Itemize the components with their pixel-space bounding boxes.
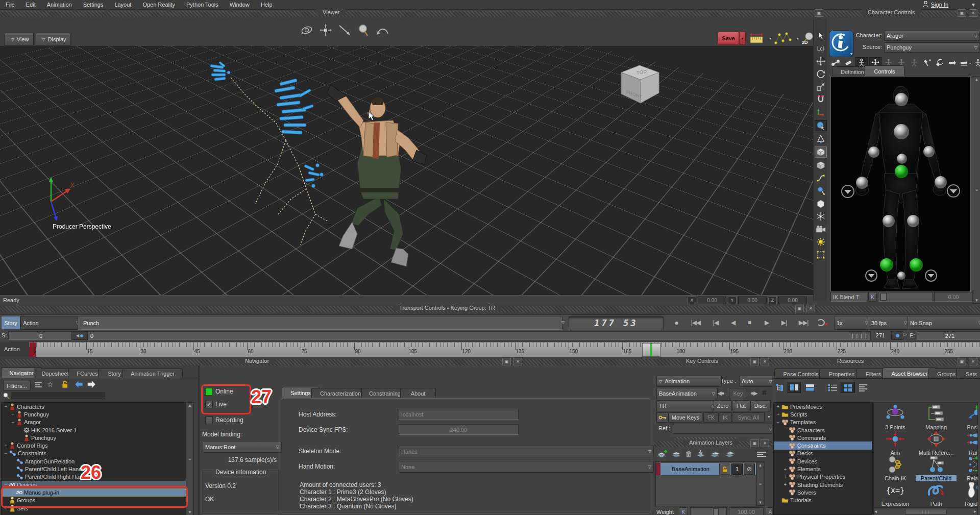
right-hand-control[interactable] <box>935 176 947 188</box>
ik-blend-key-button[interactable]: K <box>868 292 877 302</box>
skeleton-mode-dropdown[interactable]: Hands▽ <box>399 446 654 457</box>
view-menu-button[interactable]: ▽View <box>4 33 34 46</box>
menu-overflow-chevron-icon[interactable]: ▼ <box>971 2 976 8</box>
asset-relation[interactable]: Relation <box>957 456 978 481</box>
key-icon[interactable] <box>656 412 669 423</box>
snap-dropdown[interactable]: No Snap▽ <box>908 316 980 330</box>
null-tool-icon[interactable] <box>815 211 826 222</box>
tree-item-control-rigs[interactable]: +Control Rigs <box>2 442 186 449</box>
pin-rotate-icon[interactable] <box>934 58 945 68</box>
reference-control[interactable] <box>897 272 905 280</box>
skeleton-add-icon[interactable] <box>972 58 980 68</box>
asset-aim[interactable]: Aim <box>875 430 916 456</box>
rotate-tool-icon[interactable] <box>815 69 826 79</box>
sync-fps-input[interactable]: 240.00 <box>399 424 519 435</box>
tree-item-constraints[interactable]: Constraints <box>774 442 872 449</box>
base-animation-layer-row[interactable]: BaseAnimation 1 ⊘ <box>656 463 756 475</box>
key-button[interactable]: Key <box>729 388 747 399</box>
y-axis-value[interactable]: 0.00 <box>738 297 767 304</box>
key-controls-close-button[interactable]: ✕ <box>761 358 769 365</box>
left-knee-control[interactable] <box>883 215 895 227</box>
key-type-dropdown[interactable]: Auto▽ <box>739 376 775 387</box>
duplicate-layer-icon[interactable] <box>709 450 721 458</box>
viewer-popout-button[interactable]: ▣ <box>815 9 823 17</box>
pin-bar2-icon[interactable]: ▾ <box>960 58 971 68</box>
expander-icon[interactable]: − <box>3 451 9 456</box>
zero-button[interactable]: Zero <box>714 400 732 411</box>
fps-dropdown[interactable]: 30 fps▽ <box>869 316 910 330</box>
layer-solo-badge[interactable]: 1 <box>731 463 743 475</box>
forward-arrow-icon[interactable] <box>87 380 96 388</box>
weight-value[interactable]: 100.00 <box>729 507 764 515</box>
filters-button[interactable]: Filters... <box>3 381 31 390</box>
logo-chevron-icon[interactable]: ▾ <box>850 52 852 56</box>
sync-all-button[interactable]: Sync. All <box>732 412 765 423</box>
model-binding-dropdown[interactable]: Manus:Root▽ <box>203 441 282 453</box>
expander-icon[interactable]: + <box>3 505 9 511</box>
save-options-chevron-icon[interactable]: ▾ <box>739 32 746 45</box>
tab-animation-trigger[interactable]: Animation Trigger <box>122 369 183 378</box>
character-body-view[interactable] <box>830 76 971 292</box>
navigator-scrollbar[interactable]: ▲≡▼ <box>186 402 194 515</box>
axis-translate-icon[interactable] <box>815 107 826 117</box>
left-foot-control[interactable] <box>880 258 893 272</box>
z-axis-value[interactable]: 0.00 <box>778 297 807 304</box>
curve-tool-icon[interactable] <box>815 173 826 183</box>
menu-item-edit[interactable]: Edit <box>20 2 41 8</box>
navigator-close-button[interactable]: ✕ <box>513 358 522 365</box>
ruler-options-chevron-icon[interactable]: ▾ <box>769 36 771 41</box>
tree-item-characters[interactable]: Characters <box>774 426 872 434</box>
left-leg-expand-button[interactable] <box>866 270 877 281</box>
magnifier-icon[interactable] <box>357 23 370 37</box>
move-keys-button[interactable]: Move Keys <box>669 412 702 423</box>
host-address-input[interactable]: localhost <box>399 409 519 420</box>
translate-tool-icon[interactable] <box>815 56 826 66</box>
marquee-select-icon[interactable] <box>815 250 826 260</box>
right-leg-expand-button[interactable] <box>925 270 937 281</box>
local-axes-label[interactable]: Lcl <box>815 43 826 54</box>
story-mode-button[interactable]: Story <box>1 316 20 330</box>
tree-item-scripts[interactable]: +Scripts <box>774 410 872 418</box>
pan-icon[interactable] <box>320 24 332 36</box>
weight-slider[interactable] <box>690 507 727 515</box>
resources-popout-button[interactable]: ▣ <box>958 358 966 365</box>
asset-path[interactable]: Path <box>916 481 957 507</box>
menu-item-open-reality[interactable]: Open Reality <box>137 2 181 8</box>
tree-item-aragor[interactable]: −Aragor <box>2 419 186 426</box>
character-controls-scrollbar[interactable]: ▲≡▼ <box>973 76 980 304</box>
expander-icon[interactable]: − <box>10 420 16 425</box>
timeline-ruler[interactable]: Action 015304560759010512013515016518019… <box>0 342 980 356</box>
asset-expression[interactable]: {x=}Expression <box>875 481 916 507</box>
expander-icon[interactable]: − <box>3 404 9 409</box>
tree-item-solvers[interactable]: Solvers <box>774 488 872 496</box>
split-view-icon[interactable] <box>788 382 801 393</box>
asset-multi-refere[interactable]: Multi Refere... <box>916 430 957 456</box>
list-view-icon[interactable] <box>827 383 838 391</box>
x-axis-value[interactable]: 0.00 <box>698 297 726 304</box>
play-button[interactable]: ▶ <box>761 316 773 329</box>
tab-controls[interactable]: Controls <box>865 65 904 77</box>
detail-view-icon[interactable] <box>858 383 868 391</box>
orbit-icon[interactable] <box>300 23 313 37</box>
tree-item-devices[interactable]: Devices <box>774 457 872 465</box>
tree-item-sets[interactable]: +Sets <box>2 504 186 512</box>
asset-grid[interactable]: 3 PointsMappingPositionAimMulti Refere..… <box>873 402 978 508</box>
sign-in-label[interactable]: Sign In <box>931 2 948 8</box>
grid-view-icon[interactable] <box>841 382 855 393</box>
expander-icon[interactable]: + <box>10 411 16 417</box>
tree-item-prevismoves[interactable]: +PrevisMoves <box>774 403 872 410</box>
expander-icon[interactable]: − <box>3 482 9 487</box>
tree-view-icon[interactable] <box>775 383 785 391</box>
stop-button[interactable]: ■ <box>743 316 755 329</box>
ruler-tool-icon[interactable] <box>749 32 764 45</box>
expander-icon[interactable]: + <box>782 474 788 480</box>
transport-close-button[interactable]: ✕ <box>806 305 815 312</box>
end-frame-field[interactable]: 271 <box>917 331 980 340</box>
playback-speed-dropdown[interactable]: 1x▽ <box>834 316 871 330</box>
menu-item-window[interactable]: Window <box>224 2 255 8</box>
asset-parent-child[interactable]: Parent/Child <box>916 456 957 481</box>
back-arrow-icon[interactable] <box>75 380 84 388</box>
right-knee-control[interactable] <box>907 215 919 227</box>
ik-blend-value[interactable]: 0.00 <box>934 292 973 302</box>
tree-item-physical-properties[interactable]: +Physical Properties <box>774 473 872 481</box>
